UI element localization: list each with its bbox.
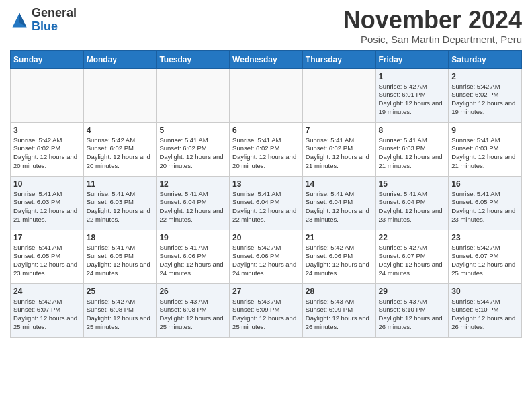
day-info: Sunrise: 5:42 AM Sunset: 6:01 PM Dayligh…	[379, 83, 446, 117]
day-info: Sunrise: 5:42 AM Sunset: 6:06 PM Dayligh…	[232, 244, 300, 278]
day-cell: 12Sunrise: 5:41 AM Sunset: 6:04 PM Dayli…	[157, 176, 230, 230]
day-cell: 25Sunrise: 5:42 AM Sunset: 6:08 PM Dayli…	[83, 283, 157, 337]
day-info: Sunrise: 5:41 AM Sunset: 6:04 PM Dayligh…	[306, 190, 373, 224]
day-cell: 10Sunrise: 5:41 AM Sunset: 6:03 PM Dayli…	[11, 176, 84, 230]
day-cell: 8Sunrise: 5:41 AM Sunset: 6:03 PM Daylig…	[375, 122, 449, 176]
logo-general: General	[32, 7, 77, 20]
day-cell: 19Sunrise: 5:41 AM Sunset: 6:06 PM Dayli…	[157, 230, 230, 283]
day-info: Sunrise: 5:41 AM Sunset: 6:06 PM Dayligh…	[159, 244, 226, 278]
month-title: November 2024	[343, 7, 522, 34]
day-cell: 17Sunrise: 5:41 AM Sunset: 6:05 PM Dayli…	[11, 230, 84, 283]
day-cell: 18Sunrise: 5:41 AM Sunset: 6:05 PM Dayli…	[83, 230, 157, 283]
day-info: Sunrise: 5:41 AM Sunset: 6:05 PM Dayligh…	[87, 244, 154, 278]
calendar-table: SundayMondayTuesdayWednesdayThursdayFrid…	[10, 50, 522, 338]
day-info: Sunrise: 5:42 AM Sunset: 6:02 PM Dayligh…	[87, 136, 154, 171]
day-cell: 30Sunrise: 5:44 AM Sunset: 6:10 PM Dayli…	[449, 283, 522, 337]
day-info: Sunrise: 5:41 AM Sunset: 6:03 PM Dayligh…	[87, 190, 154, 224]
day-number: 3	[13, 126, 81, 135]
day-cell: 29Sunrise: 5:43 AM Sunset: 6:10 PM Dayli…	[375, 283, 449, 337]
day-cell: 22Sunrise: 5:42 AM Sunset: 6:07 PM Dayli…	[375, 230, 449, 283]
day-info: Sunrise: 5:42 AM Sunset: 6:07 PM Dayligh…	[451, 244, 519, 278]
day-info: Sunrise: 5:41 AM Sunset: 6:04 PM Dayligh…	[379, 190, 446, 224]
day-cell: 24Sunrise: 5:42 AM Sunset: 6:07 PM Dayli…	[11, 283, 84, 337]
day-number: 26	[159, 287, 226, 296]
day-cell: 14Sunrise: 5:41 AM Sunset: 6:04 PM Dayli…	[302, 176, 375, 230]
day-info: Sunrise: 5:42 AM Sunset: 6:02 PM Dayligh…	[451, 83, 519, 117]
week-row-5: 24Sunrise: 5:42 AM Sunset: 6:07 PM Dayli…	[11, 283, 522, 337]
day-number: 1	[379, 72, 446, 81]
day-cell: 3Sunrise: 5:42 AM Sunset: 6:02 PM Daylig…	[11, 122, 84, 176]
day-number: 7	[306, 126, 373, 135]
day-cell	[157, 68, 230, 122]
day-cell: 28Sunrise: 5:43 AM Sunset: 6:09 PM Dayli…	[302, 283, 375, 337]
location: Posic, San Martin Department, Peru	[343, 34, 522, 45]
day-cell: 7Sunrise: 5:41 AM Sunset: 6:02 PM Daylig…	[302, 122, 375, 176]
day-number: 17	[13, 233, 81, 242]
day-cell: 23Sunrise: 5:42 AM Sunset: 6:07 PM Dayli…	[449, 230, 522, 283]
logo-blue: Blue	[32, 20, 77, 34]
day-info: Sunrise: 5:41 AM Sunset: 6:03 PM Dayligh…	[379, 136, 446, 171]
day-cell	[230, 68, 303, 122]
day-number: 30	[451, 287, 519, 296]
header-monday: Monday	[83, 50, 157, 68]
week-row-2: 3Sunrise: 5:42 AM Sunset: 6:02 PM Daylig…	[11, 122, 522, 176]
day-number: 4	[87, 126, 154, 135]
day-number: 23	[451, 233, 519, 242]
week-row-4: 17Sunrise: 5:41 AM Sunset: 6:05 PM Dayli…	[11, 230, 522, 283]
day-number: 20	[232, 233, 300, 242]
header-tuesday: Tuesday	[157, 50, 230, 68]
day-cell: 13Sunrise: 5:41 AM Sunset: 6:04 PM Dayli…	[230, 176, 303, 230]
header-wednesday: Wednesday	[230, 50, 303, 68]
day-info: Sunrise: 5:42 AM Sunset: 6:02 PM Dayligh…	[13, 136, 81, 171]
day-info: Sunrise: 5:44 AM Sunset: 6:10 PM Dayligh…	[451, 298, 519, 332]
day-number: 28	[306, 287, 373, 296]
header-row: SundayMondayTuesdayWednesdayThursdayFrid…	[11, 50, 522, 68]
day-number: 19	[159, 233, 226, 242]
day-number: 29	[379, 287, 446, 296]
day-cell: 15Sunrise: 5:41 AM Sunset: 6:04 PM Dayli…	[375, 176, 449, 230]
header-saturday: Saturday	[449, 50, 522, 68]
day-info: Sunrise: 5:42 AM Sunset: 6:07 PM Dayligh…	[13, 298, 81, 332]
title-block: November 2024 Posic, San Martin Departme…	[343, 7, 522, 45]
day-cell: 2Sunrise: 5:42 AM Sunset: 6:02 PM Daylig…	[449, 68, 522, 122]
day-number: 9	[451, 126, 519, 135]
day-cell: 20Sunrise: 5:42 AM Sunset: 6:06 PM Dayli…	[230, 230, 303, 283]
day-number: 14	[306, 179, 373, 189]
day-number: 2	[451, 72, 519, 81]
day-number: 8	[379, 126, 446, 135]
day-number: 27	[232, 287, 300, 296]
day-info: Sunrise: 5:43 AM Sunset: 6:09 PM Dayligh…	[232, 298, 300, 332]
day-number: 15	[379, 179, 446, 189]
day-info: Sunrise: 5:43 AM Sunset: 6:08 PM Dayligh…	[159, 298, 226, 332]
day-info: Sunrise: 5:41 AM Sunset: 6:02 PM Dayligh…	[159, 136, 226, 171]
day-cell: 11Sunrise: 5:41 AM Sunset: 6:03 PM Dayli…	[83, 176, 157, 230]
day-cell	[11, 68, 84, 122]
day-info: Sunrise: 5:42 AM Sunset: 6:08 PM Dayligh…	[87, 298, 154, 332]
day-number: 11	[87, 179, 154, 189]
day-cell: 26Sunrise: 5:43 AM Sunset: 6:08 PM Dayli…	[157, 283, 230, 337]
day-info: Sunrise: 5:41 AM Sunset: 6:05 PM Dayligh…	[451, 190, 519, 224]
day-info: Sunrise: 5:42 AM Sunset: 6:07 PM Dayligh…	[379, 244, 446, 278]
week-row-3: 10Sunrise: 5:41 AM Sunset: 6:03 PM Dayli…	[11, 176, 522, 230]
day-cell: 21Sunrise: 5:42 AM Sunset: 6:06 PM Dayli…	[302, 230, 375, 283]
day-cell: 1Sunrise: 5:42 AM Sunset: 6:01 PM Daylig…	[375, 68, 449, 122]
day-info: Sunrise: 5:42 AM Sunset: 6:06 PM Dayligh…	[306, 244, 373, 278]
day-number: 6	[232, 126, 300, 135]
day-info: Sunrise: 5:41 AM Sunset: 6:03 PM Dayligh…	[13, 190, 81, 224]
day-cell	[83, 68, 157, 122]
day-cell	[302, 68, 375, 122]
day-number: 24	[13, 287, 81, 296]
day-number: 25	[87, 287, 154, 296]
day-cell: 6Sunrise: 5:41 AM Sunset: 6:02 PM Daylig…	[230, 122, 303, 176]
logo-icon	[10, 11, 29, 30]
day-info: Sunrise: 5:41 AM Sunset: 6:02 PM Dayligh…	[232, 136, 300, 171]
day-number: 5	[159, 126, 226, 135]
header-friday: Friday	[375, 50, 449, 68]
day-cell: 9Sunrise: 5:41 AM Sunset: 6:03 PM Daylig…	[449, 122, 522, 176]
page-header: General Blue November 2024 Posic, San Ma…	[10, 7, 522, 45]
day-info: Sunrise: 5:41 AM Sunset: 6:04 PM Dayligh…	[232, 190, 300, 224]
day-info: Sunrise: 5:41 AM Sunset: 6:05 PM Dayligh…	[13, 244, 81, 278]
day-cell: 5Sunrise: 5:41 AM Sunset: 6:02 PM Daylig…	[157, 122, 230, 176]
day-info: Sunrise: 5:41 AM Sunset: 6:03 PM Dayligh…	[451, 136, 519, 171]
day-number: 12	[159, 179, 226, 189]
